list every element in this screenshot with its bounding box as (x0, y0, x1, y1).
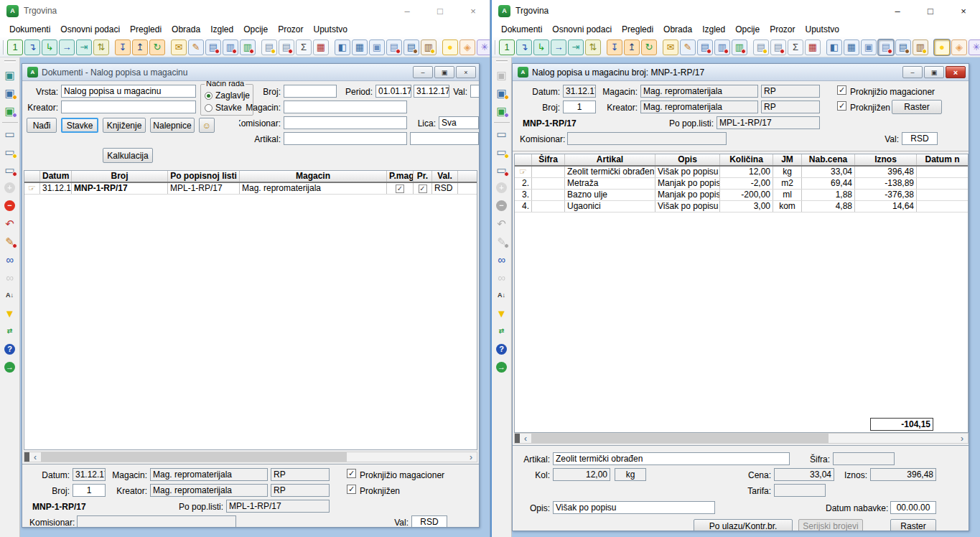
edit-copy-icon[interactable]: ✎ (493, 233, 510, 251)
kalkulacija-button[interactable]: Kalkulacija (103, 148, 153, 163)
documents-view-search-icon[interactable]: ▤ (895, 39, 911, 55)
child-maximize-button[interactable]: ▣ (924, 66, 944, 78)
help-icon[interactable]: ? (493, 340, 510, 358)
scrollbar-track[interactable] (41, 452, 465, 462)
person-info-button[interactable]: ☺ (199, 118, 215, 133)
head-broj-input[interactable]: 1 (563, 101, 596, 113)
edit-document-icon[interactable]: ✎ (188, 39, 204, 55)
filter-icon[interactable]: ▼ (1, 304, 19, 322)
filter-icon[interactable]: ▼ (493, 304, 510, 322)
maximize-button[interactable]: □ (914, 0, 947, 22)
horizontal-scrollbar[interactable]: ‹ › (24, 452, 477, 462)
item-iznos-input[interactable]: 396,48 (870, 468, 936, 481)
print-icon[interactable]: ▭ (1, 125, 19, 143)
proknjizen-checkbox[interactable]: ✓ (347, 485, 356, 494)
documents-filter-icon[interactable]: ▤ (279, 39, 294, 55)
document-record-icon[interactable]: ▤ (205, 39, 221, 55)
menu-izgled[interactable]: Izgled (205, 23, 238, 36)
pr-column-header[interactable]: Pr. (414, 171, 432, 182)
print-icon[interactable]: ▭ (493, 125, 510, 143)
scrollbar-grip[interactable] (24, 452, 29, 462)
edit-document-icon[interactable]: ✎ (680, 39, 696, 55)
menu-pregledi[interactable]: Pregledi (125, 23, 167, 36)
forward-document-icon[interactable]: → (59, 39, 75, 55)
sum-icon[interactable]: Σ (788, 39, 803, 55)
datum-nabavke-column-header[interactable]: Datum n (917, 154, 968, 165)
detail-broj-input[interactable]: 1 (73, 484, 106, 497)
confirm-icon[interactable]: → (493, 358, 510, 376)
settings-gear-icon[interactable]: ✳ (969, 39, 980, 55)
maximize-button[interactable]: □ (424, 0, 457, 22)
documents-view-filter-icon[interactable]: ▤ (386, 39, 402, 55)
layout-list-icon[interactable]: ◧ (335, 39, 350, 55)
kreator-input[interactable] (61, 101, 196, 113)
child-minimize-button[interactable]: – (413, 66, 433, 78)
item-cena-input[interactable]: 33,04 (774, 468, 834, 481)
menu-pregledi[interactable]: Pregledi (617, 23, 658, 36)
documents-view-search-icon[interactable]: ▤ (403, 39, 419, 55)
find-icon[interactable]: ∞ (493, 251, 510, 268)
scrollbar-thumb[interactable] (531, 434, 829, 443)
delete-row-icon[interactable]: − (1, 197, 19, 215)
add-row-icon[interactable]: + (493, 179, 510, 197)
raster-button-footer[interactable]: Raster (890, 519, 936, 531)
child-close-button[interactable]: × (456, 66, 476, 78)
table-row[interactable]: ☞ Zeolit termički obrađen Višak po popis… (515, 167, 968, 178)
scroll-right-arrow[interactable]: › (465, 452, 477, 462)
compress-document-icon[interactable]: ⇅ (585, 39, 601, 55)
iznos-column-header[interactable]: Iznos (855, 154, 917, 165)
table-row[interactable]: ☞ 31.12.17 MNP-1-RP/17 MPL-1-RP/17 Mag. … (24, 183, 477, 195)
minimize-button[interactable]: – (391, 0, 424, 22)
import-document-icon[interactable]: ↴ (516, 39, 532, 55)
import-document-icon[interactable]: ↴ (24, 39, 40, 55)
table-row[interactable]: 2. Metraža Manjak po popisu -2,00 m2 69,… (515, 178, 968, 190)
save-icon[interactable]: ▣ (1, 66, 19, 84)
head-datum-input[interactable]: 31.12.17 (563, 85, 596, 98)
detail-datum-input[interactable]: 31.12.17 (73, 468, 106, 481)
detail-kreator-input[interactable]: Mag. repromaterijala (150, 484, 268, 497)
menu-obrada[interactable]: Obrada (658, 23, 697, 36)
head-komisionar-input[interactable] (567, 132, 727, 145)
raster-button-header[interactable]: Raster (892, 100, 942, 114)
proknjizen-checkbox[interactable]: ✓ (837, 101, 846, 111)
menu-uputstvo[interactable]: Uputstvo (801, 23, 844, 36)
item-kol-input[interactable]: 12,00 (553, 468, 610, 481)
help-icon[interactable]: ? (1, 340, 19, 358)
add-row-icon[interactable]: + (1, 179, 19, 197)
scrollbar-grip[interactable] (515, 434, 520, 443)
menu-prozor[interactable]: Prozor (765, 23, 800, 36)
head-magacin-input[interactable]: Mag. repromaterijala (640, 85, 758, 98)
save-tree-icon[interactable]: ▣ (493, 102, 510, 120)
detail-val-input[interactable]: RSD (411, 515, 447, 527)
komisionar-input[interactable] (284, 116, 407, 129)
layout-list-icon[interactable]: ◧ (826, 39, 842, 55)
artikal-secondary-input[interactable] (410, 132, 479, 145)
sort-az-icon[interactable]: A↓ (1, 286, 19, 304)
child-title-bar[interactable]: A Nalog popisa u magacinu broj: MNP-1-RP… (513, 64, 969, 81)
find-alt-icon[interactable]: ∞ (493, 268, 510, 286)
documents-filter-icon[interactable]: ▤ (770, 39, 786, 55)
compress-document-icon[interactable]: ⇅ (93, 39, 109, 55)
minimize-button[interactable]: – (881, 0, 914, 22)
forward-document-icon[interactable]: → (551, 39, 566, 55)
datum-column-header[interactable]: Datum (40, 171, 72, 182)
last-document-icon[interactable]: ⇥ (568, 39, 584, 55)
lightbulb-icon[interactable]: ● (934, 39, 950, 55)
child-minimize-button[interactable]: – (902, 66, 923, 78)
menu-osnovni-podaci[interactable]: Osnovni podaci (547, 23, 617, 36)
save-tree-icon[interactable]: ▣ (1, 102, 19, 120)
item-opis-input[interactable]: Višak po popisu (553, 501, 715, 514)
scrollbar-thumb[interactable] (41, 452, 347, 462)
scroll-right-arrow[interactable]: › (956, 434, 968, 443)
val-column-header[interactable]: Val. (432, 171, 458, 182)
vrsta-input[interactable]: Nalog popisa u magacinu (61, 85, 196, 98)
document-record-icon[interactable]: ▤ (697, 39, 713, 55)
save-icon[interactable]: ▣ (493, 66, 510, 84)
item-artikal-input[interactable]: Zeolit termički obrađen (553, 452, 790, 465)
layout-grid-icon[interactable]: ▦ (844, 39, 859, 55)
po-ulazu-kontr-br-button[interactable]: Po ulazu/Kontr.br. (694, 519, 793, 531)
export-document-icon[interactable]: ↳ (42, 39, 57, 55)
print-flash-icon[interactable]: ▭ (1, 143, 19, 161)
sort-az-icon[interactable]: A↓ (493, 286, 510, 304)
detail-magacin-code-input[interactable]: RP (271, 468, 330, 481)
